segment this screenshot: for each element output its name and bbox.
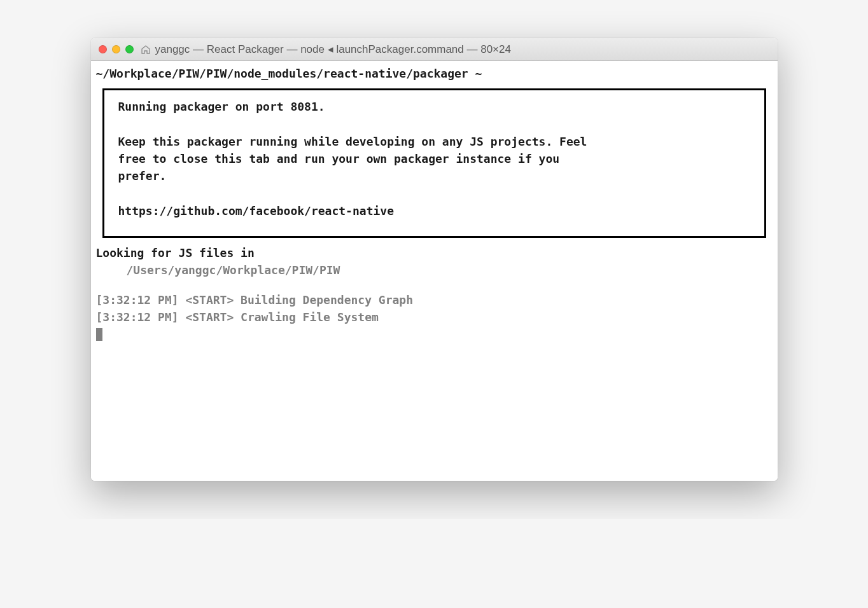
home-icon: [140, 44, 151, 55]
cursor-icon: [96, 328, 102, 341]
looking-label: Looking for JS files in: [96, 244, 773, 261]
panel-line: Running packager on port 8081.: [118, 98, 750, 115]
panel-line: prefer.: [118, 167, 750, 184]
titlebar[interactable]: yanggc — React Packager — node ◂ launchP…: [91, 38, 778, 61]
packager-info-panel: Running packager on port 8081. Keep this…: [102, 88, 766, 238]
traffic-lights: [99, 45, 134, 53]
terminal-body[interactable]: ~/Workplace/PIW/PIW/node_modules/react-n…: [91, 61, 778, 481]
maximize-icon[interactable]: [125, 45, 134, 53]
window-title: yanggc — React Packager — node ◂ launchP…: [155, 43, 511, 56]
cwd-line: ~/Workplace/PIW/PIW/node_modules/react-n…: [96, 65, 773, 82]
cursor-line: [96, 326, 773, 343]
panel-line: free to close this tab and run your own …: [118, 150, 750, 167]
panel-line: https://github.com/facebook/react-native: [118, 202, 750, 219]
looking-path: /Users/yanggc/Workplace/PIW/PIW: [96, 261, 773, 279]
log-line: [3:32:12 PM] <START> Crawling File Syste…: [96, 308, 773, 326]
close-icon[interactable]: [99, 45, 107, 53]
minimize-icon[interactable]: [112, 45, 120, 53]
log-line: [3:32:12 PM] <START> Building Dependency…: [96, 291, 773, 308]
terminal-window: yanggc — React Packager — node ◂ launchP…: [91, 38, 778, 481]
panel-line: Keep this packager running while develop…: [118, 133, 750, 150]
